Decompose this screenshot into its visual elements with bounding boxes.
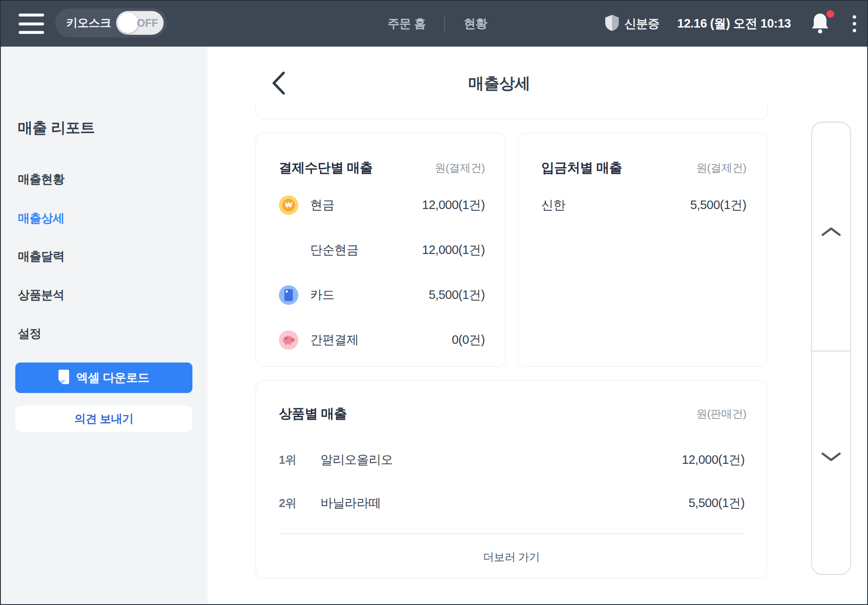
product-rank: 1위 [279, 452, 320, 468]
deposit-row-shinhan: 신한 5,500(1건) [541, 192, 746, 218]
product-sales-card: 상품별 매출 원(판매건) 1위 알리오올리오 12,000(1건) 2위 바닐… [256, 380, 767, 579]
payment-row-label: 간편결제 [310, 332, 359, 349]
card-header: 입금처별 매출 원(결제건) [541, 155, 746, 181]
payment-row-value: 12,000(1건) [422, 197, 485, 214]
payment-row-value: 0(0건) [452, 332, 485, 349]
kiosk-toggle[interactable]: OFF [116, 11, 164, 35]
document-icon [58, 370, 70, 386]
top-bar: 키오스크 OFF 주문 홈 현황 신분증 12.16 (월) 오전 [1, 1, 867, 47]
deposit-card-title: 입금처별 매출 [541, 159, 622, 177]
piggy-bank-icon [279, 330, 298, 350]
id-badge-label: 신분증 [624, 16, 659, 32]
id-card-button[interactable]: 신분증 [605, 14, 659, 33]
scrolled-card-bottom-edge [256, 103, 768, 119]
payment-row-label: 카드 [310, 287, 334, 304]
deposit-card-unit: 원(결제건) [696, 161, 746, 176]
sidebar: 매출 리포트 매출현황 매출상세 매출달력 상품분석 설정 엑셀 다운로드 의견… [1, 47, 208, 604]
toggle-state-label: OFF [137, 11, 158, 35]
notification-badge-dot [826, 10, 834, 18]
payment-card-title: 결제수단별 매출 [279, 159, 373, 177]
product-rank: 2위 [279, 496, 320, 511]
payment-row-cash: ₩ 현금 12,000(1건) [279, 192, 485, 218]
scroll-down-button[interactable] [812, 432, 850, 483]
scroll-up-button[interactable] [812, 207, 850, 258]
sidebar-item-sales-detail[interactable]: 매출상세 [18, 210, 64, 226]
top-bar-right: 신분증 12.16 (월) 오전 10:13 [605, 1, 858, 47]
scroll-divider [812, 351, 850, 351]
product-value: 5,500(1건) [688, 495, 745, 512]
chevron-up-icon [821, 226, 842, 239]
credit-card-icon [279, 285, 298, 305]
datetime-label: 12.16 (월) 오전 10:13 [677, 15, 791, 32]
notification-bell-button[interactable] [810, 13, 831, 35]
see-more-link[interactable]: 더보러 가기 [256, 545, 767, 569]
nav-status[interactable]: 현황 [464, 16, 487, 32]
top-navigation: 주문 홈 현황 [348, 1, 526, 47]
bell-icon [810, 28, 830, 35]
payment-method-sales-card: 결제수단별 매출 원(결제건) ₩ 현금 12,000(1건) 단순현금 12,… [256, 133, 506, 367]
card-header: 결제수단별 매출 원(결제건) [279, 155, 485, 181]
hamburger-menu-icon[interactable] [19, 14, 44, 34]
payment-row-label: 단순현금 [310, 242, 359, 259]
card-header: 상품별 매출 원(판매건) [279, 401, 746, 427]
scroll-control [811, 122, 851, 575]
product-card-title: 상품별 매출 [279, 405, 347, 423]
sidebar-title: 매출 리포트 [18, 118, 95, 138]
nav-divider [444, 16, 445, 32]
product-row-1: 1위 알리오올리오 12,000(1건) [279, 447, 745, 473]
card-divider [279, 533, 745, 534]
more-options-kebab-icon[interactable] [851, 14, 858, 34]
sidebar-item-sales-status[interactable]: 매출현황 [18, 171, 64, 187]
sidebar-item-product-analysis[interactable]: 상품분석 [18, 287, 64, 303]
payment-row-label: 현금 [310, 197, 334, 214]
send-feedback-button[interactable]: 의견 보내기 [15, 406, 192, 432]
excel-download-label: 엑셀 다운로드 [76, 370, 149, 386]
excel-download-button[interactable]: 엑셀 다운로드 [15, 362, 192, 393]
deposit-row-value: 5,500(1건) [690, 197, 746, 214]
deposit-sales-card: 입금처별 매출 원(결제건) 신한 5,500(1건) [518, 133, 767, 367]
app-window: 키오스크 OFF 주문 홈 현황 신분증 12.16 (월) 오전 [0, 0, 868, 605]
kiosk-label: 키오스크 [66, 15, 111, 31]
payment-row-value: 12,000(1건) [422, 242, 485, 259]
product-name: 바닐라라떼 [320, 495, 381, 512]
payment-row-value: 5,500(1건) [428, 287, 485, 304]
main-content: 매출상세 결제수단별 매출 원(결제건) ₩ 현금 12,000(1건) 단순현… [208, 47, 867, 604]
deposit-row-label: 신한 [541, 197, 565, 214]
payment-row-easy-pay: 간편결제 0(0건) [279, 327, 485, 353]
sidebar-item-settings[interactable]: 설정 [18, 326, 41, 342]
product-value: 12,000(1건) [682, 452, 745, 468]
won-coin-icon: ₩ [279, 195, 298, 215]
nav-order-home[interactable]: 주문 홈 [388, 16, 426, 32]
page-title: 매출상세 [208, 73, 791, 94]
product-card-unit: 원(판매건) [696, 407, 746, 421]
chevron-down-icon [821, 451, 842, 464]
kiosk-toggle-group: 키오스크 OFF [55, 8, 167, 37]
sidebar-item-sales-calendar[interactable]: 매출달력 [18, 248, 64, 265]
payment-row-card: 카드 5,500(1건) [279, 282, 485, 308]
toggle-knob [118, 13, 138, 33]
send-feedback-label: 의견 보내기 [74, 411, 134, 427]
payment-card-unit: 원(결제건) [435, 161, 485, 176]
shield-icon [605, 14, 619, 33]
product-row-2: 2위 바닐라라떼 5,500(1건) [279, 491, 745, 516]
product-name: 알리오올리오 [320, 452, 393, 468]
payment-row-simple-cash: 단순현금 12,000(1건) [279, 237, 485, 263]
